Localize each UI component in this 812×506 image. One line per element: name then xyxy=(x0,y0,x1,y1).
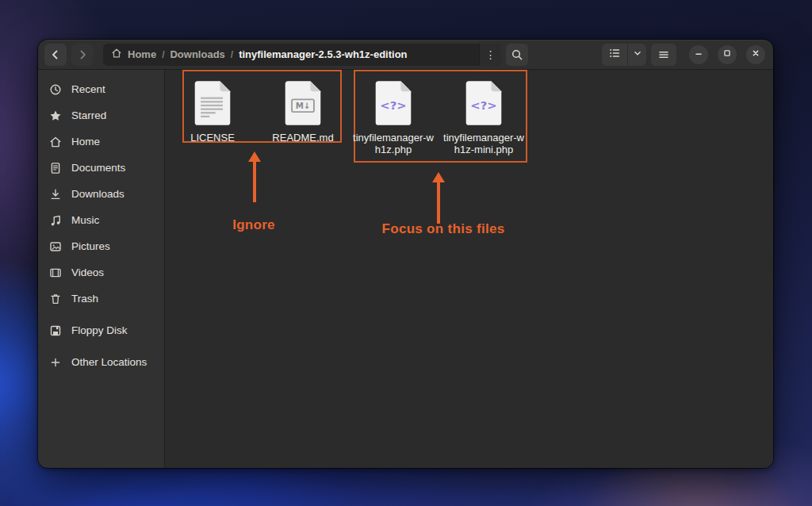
file-tinyfilemanager-wh1z-mini-php[interactable]: <?> tinyfilemanager-wh1z-mini.php xyxy=(442,79,526,156)
view-toggle-split-button xyxy=(602,44,646,66)
sidebar-item-label: Recent xyxy=(71,83,105,95)
search-button[interactable] xyxy=(506,44,528,66)
maximize-button[interactable] xyxy=(718,45,737,64)
trash-icon xyxy=(49,293,62,305)
arrow-head xyxy=(432,172,445,182)
arrow-shaft xyxy=(253,162,256,202)
sidebar-item-starred[interactable]: Starred xyxy=(43,102,159,128)
list-view-icon xyxy=(608,47,621,62)
breadcrumb-home[interactable]: Home xyxy=(111,48,156,61)
home-icon xyxy=(111,48,122,61)
sidebar-item-trash[interactable]: Trash xyxy=(43,286,159,312)
close-icon xyxy=(750,48,761,61)
desktop-wallpaper: Home / Downloads / tinyfilemanager-2.5.3… xyxy=(0,0,812,506)
back-button[interactable] xyxy=(44,44,67,66)
sidebar-item-label: Downloads xyxy=(71,188,124,200)
star-icon xyxy=(49,109,62,122)
sidebar-item-other-locations[interactable]: Other Locations xyxy=(43,349,159,375)
sidebar-item-label: Starred xyxy=(71,109,106,121)
php-badge: <?> xyxy=(380,98,407,113)
sidebar-item-music[interactable]: Music xyxy=(43,207,159,233)
markdown-badge: M↓ xyxy=(296,102,311,110)
sidebar-item-home[interactable]: Home xyxy=(43,128,159,155)
file-name-label: LICENSE xyxy=(172,132,253,144)
sidebar-item-label: Other Locations xyxy=(71,356,147,368)
sidebar-item-label: Music xyxy=(71,214,99,226)
breadcrumb: Home / Downloads / tinyfilemanager-2.5.3… xyxy=(103,48,479,61)
sidebar-item-label: Home xyxy=(71,136,100,148)
sidebar-item-label: Floppy Disk xyxy=(71,324,128,336)
file-grid: LICENSE M↓ README.md xyxy=(165,70,773,468)
arrow-shaft xyxy=(437,182,440,224)
window-body: Recent Starred Home Documents Downloads xyxy=(38,70,773,468)
file-license[interactable]: LICENSE xyxy=(170,79,255,144)
music-note-icon xyxy=(49,214,62,227)
text-file-icon xyxy=(192,79,233,128)
php-file-icon: <?> xyxy=(373,79,414,128)
path-options-kebab-button[interactable]: ⋮ xyxy=(479,44,501,66)
list-view-button[interactable] xyxy=(602,44,627,66)
sidebar-item-label: Documents xyxy=(71,162,125,174)
sidebar-item-documents[interactable]: Documents xyxy=(43,155,159,181)
document-icon xyxy=(49,162,62,174)
breadcrumb-downloads-label: Downloads xyxy=(170,48,224,60)
breadcrumb-separator: / xyxy=(231,49,233,60)
headerbar: Home / Downloads / tinyfilemanager-2.5.3… xyxy=(38,40,773,70)
file-manager-window: Home / Downloads / tinyfilemanager-2.5.3… xyxy=(38,40,773,468)
php-file-icon: <?> xyxy=(463,79,504,128)
floppy-disk-icon xyxy=(49,324,62,337)
sidebar-item-videos[interactable]: Videos xyxy=(43,259,159,286)
breadcrumb-downloads[interactable]: Downloads xyxy=(170,48,224,60)
close-button[interactable] xyxy=(746,45,765,64)
annotation-arrow-focus xyxy=(431,172,446,224)
sidebar-item-recent[interactable]: Recent xyxy=(43,76,159,102)
markdown-file-icon: M↓ xyxy=(282,79,324,128)
breadcrumb-current-folder: tinyfilemanager-2.5.3-wh1z-edition xyxy=(239,48,407,60)
arrow-head xyxy=(248,151,261,162)
search-icon xyxy=(511,48,523,61)
sidebar-item-label: Trash xyxy=(71,293,98,305)
sidebar-section-gap xyxy=(43,312,159,317)
plus-icon xyxy=(49,356,62,369)
sidebar-item-pictures[interactable]: Pictures xyxy=(43,233,159,259)
sidebar-item-downloads[interactable]: Downloads xyxy=(43,181,159,207)
php-badge: <?> xyxy=(470,98,497,113)
sidebar-section-gap xyxy=(43,343,159,349)
annotation-label-focus: Focus on this files xyxy=(382,221,505,237)
breadcrumb-home-label: Home xyxy=(128,48,156,60)
sidebar-item-label: Pictures xyxy=(71,240,110,252)
sidebar: Recent Starred Home Documents Downloads xyxy=(38,70,165,468)
file-tinyfilemanager-wh1z-php[interactable]: <?> tinyfilemanager-wh1z.php xyxy=(351,79,435,156)
maximize-icon xyxy=(722,48,733,61)
path-bar: Home / Downloads / tinyfilemanager-2.5.3… xyxy=(103,44,501,66)
window-controls xyxy=(689,45,765,64)
file-readme-md[interactable]: M↓ README.md xyxy=(261,79,345,144)
annotation-label-ignore: Ignore xyxy=(232,217,275,233)
picture-icon xyxy=(49,240,62,253)
hamburger-menu-icon xyxy=(657,48,670,61)
clock-icon xyxy=(49,83,62,96)
sidebar-item-label: Videos xyxy=(71,266,104,278)
breadcrumb-separator: / xyxy=(162,49,164,60)
file-name-label: tinyfilemanager-wh1z-mini.php xyxy=(443,132,524,156)
download-icon xyxy=(49,188,62,201)
kebab-menu-icon: ⋮ xyxy=(485,48,496,61)
film-icon xyxy=(49,266,62,279)
minimize-button[interactable] xyxy=(689,45,708,64)
view-options-dropdown-button[interactable] xyxy=(627,44,646,66)
chevron-left-icon xyxy=(49,48,62,61)
forward-button[interactable] xyxy=(71,44,94,66)
home-icon xyxy=(49,136,62,148)
minimize-icon xyxy=(693,48,704,61)
file-name-label: tinyfilemanager-wh1z.php xyxy=(353,132,434,156)
file-name-label: README.md xyxy=(262,132,343,144)
annotation-arrow-ignore xyxy=(247,151,262,202)
main-menu-button[interactable] xyxy=(651,44,676,66)
sidebar-item-floppy-disk[interactable]: Floppy Disk xyxy=(43,317,159,343)
chevron-right-icon xyxy=(76,48,89,61)
chevron-down-icon xyxy=(632,48,643,61)
